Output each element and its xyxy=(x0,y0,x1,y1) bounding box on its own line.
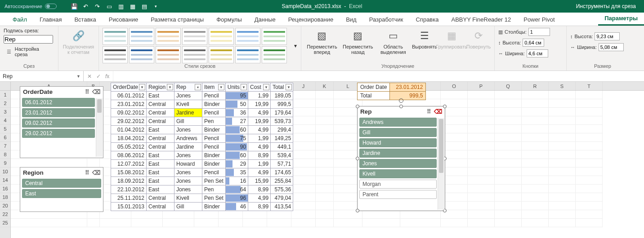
table-cell[interactable]: 60 xyxy=(225,151,248,160)
slicer-item[interactable]: Gill xyxy=(359,128,437,137)
table-row[interactable]: 05.05.2012CentralJardinePencil904,99449,… xyxy=(111,143,293,151)
table-cell[interactable]: Binder xyxy=(202,160,226,168)
rotate-button[interactable]: ⟳Повернуть xyxy=(466,28,491,50)
row-header[interactable]: 18 xyxy=(0,193,10,202)
gallery-more-button[interactable]: ▾ xyxy=(294,43,297,49)
filter-dropdown-icon[interactable]: ▼ xyxy=(263,84,269,90)
table-cell[interactable]: 189,05 xyxy=(271,92,293,100)
column-header[interactable]: K xyxy=(316,82,334,90)
table-cell[interactable]: East xyxy=(147,185,174,194)
data-table[interactable]: OrderDate▼Region▼Rep▾Item▼Units▼Cost▼Tot… xyxy=(111,83,293,211)
table-cell[interactable]: East xyxy=(147,168,174,177)
resize-handle[interactable] xyxy=(356,209,359,212)
table-row[interactable]: 08.06.2012EastJonesBinder608,99539,4 xyxy=(111,151,293,160)
columns-input[interactable] xyxy=(528,28,550,36)
resize-handle[interactable] xyxy=(356,157,359,160)
table-cell[interactable]: Pen Set xyxy=(202,194,226,203)
multiselect-icon[interactable]: ⠿ xyxy=(85,88,89,95)
table-cell[interactable]: 8,99 xyxy=(248,151,271,160)
table-cell[interactable]: 57,71 xyxy=(271,160,293,168)
table-cell[interactable]: 19,99 xyxy=(248,117,271,126)
row-header[interactable]: 9 xyxy=(0,159,10,167)
table-cell[interactable]: 539,73 xyxy=(271,117,293,126)
column-header-cell[interactable]: Cost▼ xyxy=(248,83,271,92)
table-cell[interactable]: 15.01.2013 xyxy=(111,203,147,211)
row-header[interactable]: 20 xyxy=(0,202,10,210)
multiselect-icon[interactable]: ⠿ xyxy=(85,169,89,176)
scrollbar[interactable] xyxy=(96,98,103,157)
slicer-rep[interactable]: Rep ⠿⌫ AndrewsGillHowardJardineJonesKive… xyxy=(357,106,445,211)
save-icon[interactable]: 💾 xyxy=(70,2,78,10)
row-header[interactable]: 3 xyxy=(0,108,10,116)
table-cell[interactable]: 1,99 xyxy=(248,92,271,100)
tab-home[interactable]: Главная xyxy=(33,13,68,26)
tab-page-layout[interactable]: Разметка страницы xyxy=(144,13,210,26)
table-cell[interactable]: Pencil xyxy=(202,134,226,143)
table-cell[interactable]: 539,4 xyxy=(271,151,293,160)
qat-icon[interactable]: ▦ xyxy=(129,2,137,10)
table-cell[interactable]: Gill xyxy=(174,203,202,211)
table-cell[interactable]: Howard xyxy=(174,160,202,168)
table-cell[interactable]: 95 xyxy=(225,92,248,100)
column-header[interactable]: P xyxy=(468,82,495,90)
table-cell[interactable]: Central xyxy=(147,194,174,203)
table-row[interactable]: 25.11.2012CentralKivellPen Set964,99479,… xyxy=(111,194,293,203)
qat-icon[interactable]: ▥ xyxy=(117,2,125,10)
table-cell[interactable]: 46 xyxy=(225,203,248,211)
table-cell[interactable]: Pencil xyxy=(202,143,226,151)
table-cell[interactable]: Central xyxy=(147,134,174,143)
chevron-down-icon[interactable]: ▼ xyxy=(76,74,80,79)
table-row[interactable]: 22.10.2012EastJonesPen648,99575,36 xyxy=(111,185,293,194)
table-cell[interactable]: 16 xyxy=(225,177,248,185)
undo-icon[interactable]: ↶ xyxy=(82,2,90,10)
slicer-region[interactable]: Region ⠿⌫ CentralEast xyxy=(20,167,103,212)
qat-icon[interactable]: ▤ xyxy=(140,2,148,10)
table-cell[interactable]: Pencil xyxy=(202,109,226,117)
table-row[interactable]: 18.09.2012EastJonesPen Set1615,99255,84 xyxy=(111,177,293,185)
table-cell[interactable]: 90 xyxy=(225,143,248,151)
bring-forward-button[interactable]: ▧Переместить вперед xyxy=(305,28,339,56)
slicer-item[interactable]: Jones xyxy=(359,159,437,168)
table-cell[interactable]: 1,99 xyxy=(248,134,271,143)
slicer-caption-input[interactable] xyxy=(4,35,53,44)
table-cell[interactable]: 15,99 xyxy=(248,177,271,185)
table-row[interactable]: 09.02.2012CentralJardinePencil364,99179,… xyxy=(111,109,293,117)
formula-input[interactable] xyxy=(113,71,644,81)
table-cell[interactable]: 50 xyxy=(225,100,248,109)
table-cell[interactable]: Andrews xyxy=(174,134,202,143)
column-header-cell[interactable]: Units▼ xyxy=(225,83,248,92)
column-header-cell[interactable]: Item▼ xyxy=(202,83,226,92)
tab-developer[interactable]: Разработчик xyxy=(363,13,410,26)
slicer-item[interactable]: Morgan xyxy=(359,180,437,189)
table-cell[interactable]: Jones xyxy=(174,151,202,160)
size-width-input[interactable] xyxy=(599,43,624,51)
redo-icon[interactable]: ↷ xyxy=(94,2,102,10)
enter-icon[interactable]: ✓ xyxy=(96,73,101,79)
table-cell[interactable]: 4,99 xyxy=(248,143,271,151)
table-cell[interactable]: Central xyxy=(147,203,174,211)
scrollbar[interactable] xyxy=(438,118,444,210)
btn-width-input[interactable] xyxy=(527,49,548,57)
table-cell[interactable]: 299,4 xyxy=(271,126,293,134)
table-row[interactable]: 12.07.2012EastHowardBinder291,9957,71 xyxy=(111,160,293,168)
clear-filter-icon[interactable]: ⌫ xyxy=(92,169,100,176)
table-cell[interactable]: 4,99 xyxy=(248,168,271,177)
table-cell[interactable]: Jones xyxy=(174,126,202,134)
table-cell[interactable]: Binder xyxy=(202,100,226,109)
table-cell[interactable]: 06.01.2012 xyxy=(111,92,147,100)
table-cell[interactable]: Gill xyxy=(174,117,202,126)
row-header[interactable]: 4 xyxy=(0,116,10,125)
table-cell[interactable]: 29.02.2012 xyxy=(111,117,147,126)
table-cell[interactable]: 149,25 xyxy=(271,134,293,143)
slicer-item[interactable]: 29.02.2012 xyxy=(22,129,95,138)
slicer-style-gallery[interactable] xyxy=(103,28,291,63)
table-row[interactable]: 23.01.2012CentralKivellBinder5019,99999,… xyxy=(111,100,293,109)
row-header[interactable]: 25 xyxy=(0,219,10,227)
table-cell[interactable]: Pen xyxy=(202,185,226,194)
autosave-toggle[interactable]: Автосохранение xyxy=(0,4,61,9)
table-cell[interactable]: Central xyxy=(147,100,174,109)
fx-icon[interactable]: fx xyxy=(105,73,109,79)
column-header[interactable]: O xyxy=(441,82,468,90)
table-cell[interactable]: 25.11.2012 xyxy=(111,194,147,203)
table-cell[interactable]: 35 xyxy=(225,168,248,177)
